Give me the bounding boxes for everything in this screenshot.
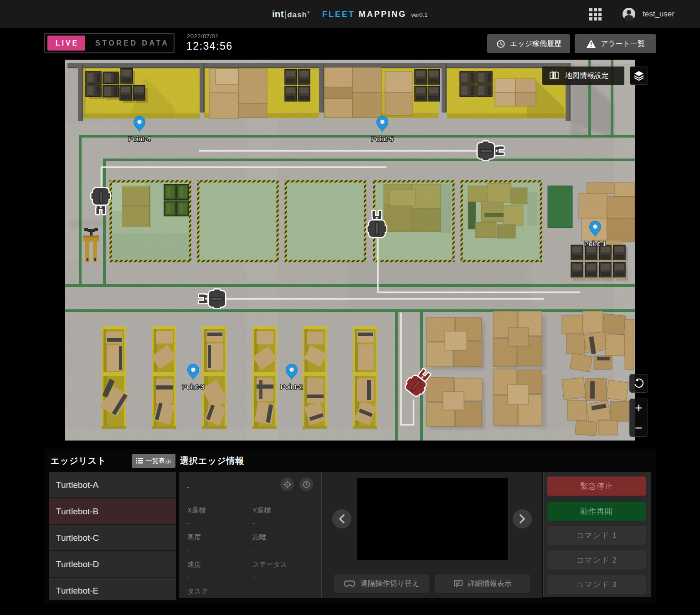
svg-text:Point-3: Point-3 [182,383,205,390]
svg-text:Point-4: Point-4 [129,135,151,143]
svg-text:Point-5: Point-5 [371,135,394,143]
svg-text:Point-2: Point-2 [281,383,303,390]
svg-text:Point-1: Point-1 [584,240,607,247]
